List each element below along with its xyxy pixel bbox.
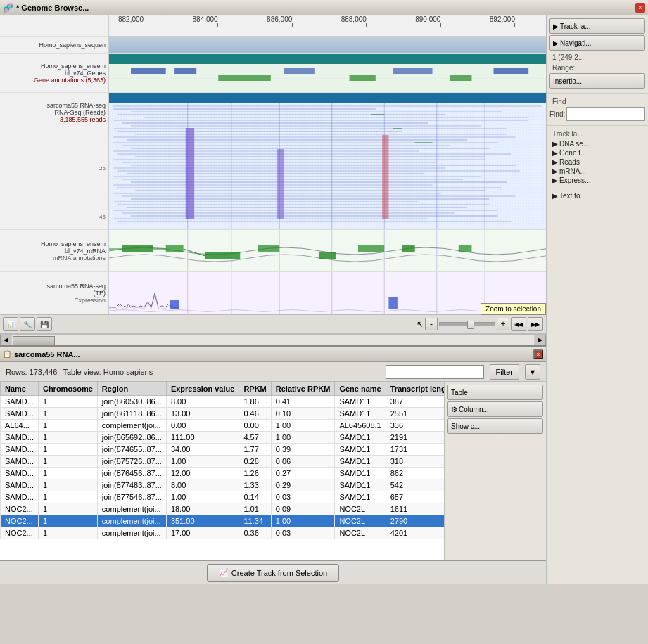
svg-rect-22 (113, 128, 507, 129)
svg-rect-52 (122, 212, 455, 214)
svg-rect-31 (117, 153, 511, 155)
table-row[interactable]: SAMD...1join(877483..87...8.001.330.29SA… (1, 479, 445, 491)
svg-rect-3 (218, 75, 271, 81)
table-col-relative-rpkm[interactable]: Relative RPKM (271, 382, 335, 396)
table-col-transcript-length[interactable]: Transcript length (386, 382, 444, 396)
right-panel-text: ▶ Text fo... (547, 188, 648, 203)
scroll-right-btn[interactable]: ▶ (535, 335, 546, 346)
table-title: sarcoma55 RNA... (14, 350, 531, 359)
svg-rect-72 (258, 245, 279, 252)
table-col-expression-value[interactable]: Expression value (166, 382, 239, 396)
track-label-genes: Homo_sapiens_ensem bl_v74_Genes Gene ann… (0, 54, 109, 93)
zoom-out-btn[interactable]: - (425, 318, 438, 330)
ruler-tick (292, 23, 293, 27)
nav-left-btn[interactable]: ◀◀ (511, 317, 526, 331)
data-table: NameChromosomeRegionExpression valueRPKM… (0, 382, 444, 539)
table-col-chromosome[interactable]: Chromosome (38, 382, 97, 396)
nav-right-btn[interactable]: ▶▶ (528, 317, 543, 331)
table-body: SAMD...1join(860530..86...8.001.860.41SA… (1, 396, 445, 539)
ruler-tick (514, 23, 515, 27)
toolbar-btn-1[interactable]: 📊 (3, 317, 18, 331)
track-label-btn[interactable]: ▶ Track la... (549, 18, 645, 34)
toolbar-btn-3[interactable]: 💾 (37, 317, 52, 331)
table-row[interactable]: AL64...1complement(joi...0.000.001.00AL6… (1, 420, 445, 432)
table-btn[interactable]: Table (447, 385, 543, 400)
ruler-label: 890,000 (415, 15, 440, 23)
table-col-name[interactable]: Name (1, 382, 39, 396)
track-row-reads: sarcoma55 RNA-seq RNA-Seq (Reads) 3,185,… (0, 93, 546, 230)
track-content-expr[interactable] (109, 272, 546, 314)
mrna-item[interactable]: ▶ mRNA... (549, 167, 645, 176)
svg-rect-29 (131, 148, 489, 149)
zoom-in-btn[interactable]: + (497, 318, 509, 330)
ruler-tick (440, 23, 441, 27)
svg-rect-26 (127, 139, 467, 141)
svg-rect-46 (122, 195, 516, 197)
scroll-left-btn[interactable]: ◀ (0, 335, 11, 346)
scroll-track[interactable] (11, 335, 535, 346)
show-columns-btn[interactable]: Show c... (447, 418, 543, 434)
zoom-slider[interactable] (439, 322, 495, 326)
table-container[interactable]: NameChromosomeRegionExpression valueRPKM… (0, 382, 444, 560)
text-format-item[interactable]: ▶ Text fo... (549, 191, 645, 200)
table-head: NameChromosomeRegionExpression valueRPKM… (1, 382, 445, 396)
track-row-expr: sarcoma55 RNA-seq (TE) Expression (0, 272, 546, 314)
table-row[interactable]: SAMD...1join(865692..86...111.004.571.00… (1, 432, 445, 444)
toolbar-btn-2[interactable]: 🔧 (20, 317, 35, 331)
ruler-tick (217, 23, 218, 27)
track-content-reads[interactable] (109, 93, 546, 230)
text-format-icon: ▶ (552, 192, 558, 200)
columns-btn[interactable]: ⚙ Column... (447, 401, 543, 417)
table-row[interactable]: SAMD...1join(876456..87...12.001.260.27S… (1, 468, 445, 479)
table-row[interactable]: NOC2...1complement(joi...351.0011.341.00… (1, 515, 445, 527)
track-content-mrna[interactable] (109, 230, 546, 272)
dna-arrow-icon: ▶ (552, 140, 558, 148)
table-row[interactable]: SAMD...1join(874655..87...34.001.770.39S… (1, 444, 445, 456)
table-col-region[interactable]: Region (97, 382, 166, 396)
table-row[interactable]: SAMD...1join(875726..87...1.000.280.06SA… (1, 456, 445, 468)
svg-rect-23 (117, 131, 402, 132)
table-row[interactable]: NOC2...1complement(joi...17.000.360.03NO… (1, 527, 445, 539)
gene-arrow-icon: ▶ (552, 149, 558, 157)
scroll-thumb[interactable] (13, 336, 55, 346)
filter-settings-btn[interactable]: ▼ (525, 364, 540, 380)
filter-button[interactable]: Filter (490, 364, 519, 380)
right-panel-tracks: Track la... ▶ DNA se... ▶ Gene t... ▶ Re… (547, 126, 648, 188)
find-input[interactable] (566, 107, 645, 121)
table-row[interactable]: SAMD...1join(860530..86...8.001.860.41SA… (1, 396, 445, 408)
track-row-genes: Homo_sapiens_ensem bl_v74_Genes Gene ann… (0, 54, 546, 93)
svg-rect-64 (277, 149, 284, 219)
table-section: 📋 sarcoma55 RNA... × Rows: 173,446 Table… (0, 345, 546, 584)
reads-item[interactable]: ▶ Reads (549, 157, 645, 167)
svg-rect-70 (166, 245, 184, 252)
dna-seq-item[interactable]: ▶ DNA se... (549, 139, 645, 148)
filter-input[interactable] (386, 365, 484, 379)
svg-rect-47 (131, 198, 489, 200)
create-track-btn[interactable]: 📈 Create Track from Selection (207, 564, 339, 582)
ruler-row: 882,000884,000886,000888,000890,000892,0… (0, 15, 546, 37)
svg-rect-4 (284, 68, 314, 74)
expr-item[interactable]: ▶ Express... (549, 176, 645, 185)
navigate-btn[interactable]: ▶ Navigati... (549, 35, 645, 51)
table-col-gene-name[interactable]: Gene name (335, 382, 386, 396)
svg-rect-74 (358, 245, 384, 252)
genome-viz-area: 882,000884,000886,000888,000890,000892,0… (0, 15, 546, 345)
table-col-rpkm[interactable]: RPKM (239, 382, 271, 396)
gene-t-item[interactable]: ▶ Gene t... (549, 148, 645, 157)
track-label-expr: sarcoma55 RNA-seq (TE) Expression (0, 272, 109, 314)
insertion-btn[interactable]: Insertio... (549, 73, 645, 89)
track-content-genes[interactable] (109, 54, 546, 93)
table-row[interactable]: NOC2...1complement(joi...18.001.010.09NO… (1, 503, 445, 515)
mrna-arrow-icon: ▶ (552, 167, 558, 175)
track-content-seq[interactable] (109, 37, 546, 54)
svg-rect-88 (170, 300, 179, 309)
title-bar: 🧬 * Genome Browse... × (0, 0, 648, 15)
track-sub-mrna: bl_v74_mRNA (65, 247, 106, 255)
close-button[interactable]: × (635, 3, 645, 13)
track-row-mrna: Homo_sapiens_ensem bl_v74_mRNA mRNA anno… (0, 230, 546, 272)
table-close-btn[interactable]: × (533, 349, 543, 359)
expr-arrow-icon: ▶ (552, 176, 558, 184)
svg-rect-6 (393, 68, 433, 74)
table-row[interactable]: SAMD...1join(877546..87...1.000.140.03SA… (1, 491, 445, 503)
table-row[interactable]: SAMD...1join(861118..86...13.000.460.10S… (1, 408, 445, 420)
